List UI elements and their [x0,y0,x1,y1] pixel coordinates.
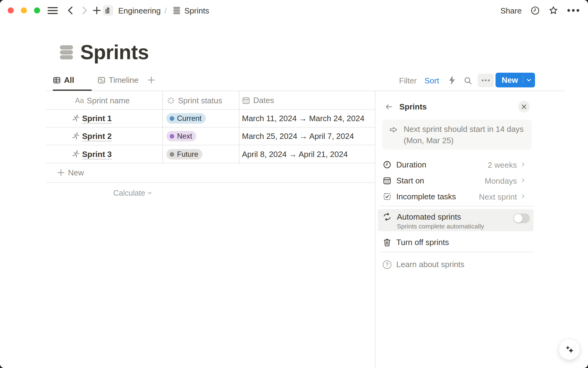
new-button[interactable]: New [496,73,535,87]
status-dot [170,134,174,139]
arrow-right-icon [389,125,398,134]
panel-close-button[interactable] [518,101,530,113]
automated-sprints-toggle[interactable] [513,213,530,223]
new-dropdown-chevron-icon[interactable] [526,77,532,83]
tab-all-label: All [64,75,74,85]
sprint-page-link[interactable]: Sprint 2 [82,132,112,141]
status-label: Next [177,132,192,140]
column-header-label: Dates [253,96,274,105]
workspace-icon[interactable] [103,5,113,16]
setting-value: 2 weeks [488,160,517,170]
table-row[interactable]: Sprint 1 Current March 11, 2024 → March … [46,109,375,127]
column-header-status[interactable]: Sprint status [167,96,222,105]
calculate-button[interactable]: Calculate [113,188,153,197]
chevron-right-icon [520,193,526,199]
runner-icon [72,132,80,140]
status-badge[interactable]: Current [166,113,206,124]
setting-row-start-on[interactable]: Start on Mondays [380,173,535,189]
automated-sprints-subtitle: Sprints complete automatically [397,223,484,230]
table-row[interactable]: Sprint 2 Next March 25, 2024 → April 7, … [46,127,375,145]
sparkle-large [568,348,574,354]
breadcrumb-divider: / [164,6,167,15]
view-options-button[interactable] [478,74,494,87]
setting-label: Incomplete tasks [396,192,456,201]
toolbar-divider [46,90,566,91]
clock-icon [383,160,391,169]
setting-row-incomplete-tasks[interactable]: Incomplete tasks Next sprint [380,189,535,205]
dates-cell[interactable]: April 8, 2024 → April 21, 2024 [242,150,348,159]
tab-all[interactable]: All [53,75,74,85]
automated-sprints-label: Automated sprints [397,212,461,221]
table-view-icon [53,76,61,84]
breadcrumb-page[interactable]: Sprints [184,6,209,15]
more-options-icon[interactable] [567,9,580,12]
learn-about-sprints-label: Learn about sprints [396,260,465,269]
toggle-knob [514,214,522,223]
sidebar-menu-icon[interactable] [47,7,58,14]
help-question-icon: ? [383,260,391,269]
status-dot [170,116,174,121]
status-badge[interactable]: Future [166,149,202,159]
add-row-label: New [68,168,84,177]
column-header-dates[interactable]: Dates [242,96,274,105]
app-window: Engineering / Sprints Share Sprints All [0,0,588,368]
sprint-page-link[interactable]: Sprint 3 [82,150,112,159]
breadcrumb-workspace[interactable]: Engineering [118,6,161,15]
ai-assistant-button[interactable] [559,339,580,360]
favorite-star-icon[interactable] [548,6,558,15]
table-row[interactable]: Sprint 3 Future April 8, 2024 → April 21… [46,145,375,163]
topbar: Engineering / Sprints Share [0,0,588,21]
runner-icon [72,150,80,158]
turn-off-sprints-button[interactable]: Turn off sprints [380,234,535,250]
automated-sprints-row[interactable]: Automated sprints Sprints complete autom… [378,209,533,231]
column-header-name[interactable]: Aa Sprint name [75,96,130,105]
new-page-plus-icon[interactable] [92,6,101,15]
setting-label: Start on [396,176,424,186]
add-view-button[interactable] [147,76,156,84]
add-row-button[interactable]: New [46,163,375,182]
status-dot [170,152,174,157]
page-title[interactable]: Sprints [80,41,149,63]
setting-label: Duration [396,160,426,170]
page-title-icon[interactable] [58,44,75,60]
new-button-divider [523,76,523,84]
status-label: Current [177,114,202,123]
breadcrumb-page-icon [172,6,181,15]
dates-cell[interactable]: March 25, 2024 → April 7, 2024 [242,132,354,141]
nav-forward-icon[interactable] [81,6,89,15]
panel-title: Sprints [399,102,427,111]
share-button[interactable]: Share [500,6,522,15]
sort-button[interactable]: Sort [424,76,439,85]
panel-back-button[interactable] [385,102,393,111]
repeat-icon [383,213,391,221]
panel-left-border[interactable] [375,91,375,368]
filter-button[interactable]: Filter [399,76,417,85]
traffic-minimize-button[interactable] [21,7,27,13]
text-type-icon: Aa [75,96,84,105]
dates-cell[interactable]: March 11, 2024 → March 24, 2024 [242,114,364,123]
automations-lightning-icon[interactable] [447,75,457,85]
learn-about-sprints-link[interactable]: ? Learn about sprints [380,256,535,272]
tab-timeline[interactable]: Timeline [97,75,138,85]
turn-off-sprints-label: Turn off sprints [396,238,449,247]
panel-divider-1 [380,206,535,206]
search-icon[interactable] [463,76,473,85]
sprint-page-link[interactable]: Sprint 1 [82,114,112,123]
traffic-zoom-button[interactable] [34,7,40,13]
next-sprint-notice: Next sprint should start in 14 days (Mon… [382,120,532,150]
trash-icon [383,238,391,247]
timeline-view-icon [97,76,106,84]
notice-line1: Next sprint should start in 14 days [404,124,524,135]
status-badge[interactable]: Next [166,131,196,141]
plus-icon [57,169,65,177]
checkbox-icon [383,192,391,201]
traffic-close-button[interactable] [8,7,14,13]
updates-clock-icon[interactable] [530,6,540,15]
setting-row-duration[interactable]: Duration 2 weeks [380,157,535,173]
sparkle-small [566,346,570,350]
calculate-label: Calculate [113,188,145,197]
setting-value: Next sprint [479,192,517,202]
runner-icon [72,114,80,122]
notice-line2: (Mon, Mar 25) [404,135,454,146]
nav-back-icon[interactable] [66,6,74,15]
